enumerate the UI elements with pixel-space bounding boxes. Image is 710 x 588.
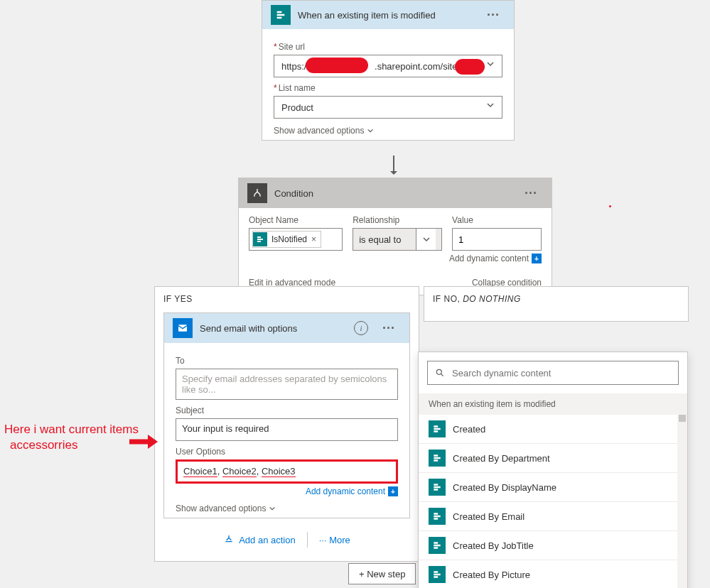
list-name-dropdown[interactable]: Product — [274, 96, 502, 119]
annotation-arrow-icon — [128, 433, 159, 450]
object-name-label: Object Name — [249, 215, 343, 225]
condition-menu-icon[interactable]: ··· — [519, 183, 543, 204]
sharepoint-icon — [429, 450, 446, 467]
send-email-menu-icon[interactable]: ··· — [377, 318, 401, 339]
trigger-title: When an existing item is modified — [298, 10, 436, 21]
send-email-card: Send email with options i ··· To Specify… — [163, 312, 410, 518]
outlook-icon — [173, 318, 193, 338]
send-email-header[interactable]: Send email with options i ··· — [164, 313, 409, 343]
if-yes-label: IF YES — [163, 294, 410, 304]
dynamic-section-header: When an existing item is modified — [419, 393, 687, 415]
condition-card: Condition ··· Object Name IsNotified × R… — [238, 178, 552, 295]
relationship-select[interactable]: is equal to — [353, 228, 442, 251]
send-email-title: Send email with options — [200, 323, 297, 334]
site-url-dropdown[interactable]: https:// .sharepoint.com/sites/ — [274, 55, 502, 77]
sharepoint-icon — [429, 420, 446, 437]
search-input[interactable] — [451, 367, 671, 379]
dynamic-item[interactable]: Created By Department — [419, 444, 687, 473]
condition-icon — [247, 183, 267, 203]
dynamic-content-search[interactable] — [427, 361, 679, 385]
chevron-down-icon — [269, 505, 276, 512]
dynamic-item[interactable]: Created By DisplayName — [419, 473, 687, 502]
user-options-input[interactable]: Choice1, Choice2, Choice3 — [176, 459, 398, 484]
flow-arrow-icon — [387, 156, 401, 177]
dynamic-item[interactable]: Created By Email — [419, 502, 687, 531]
dynamic-content-icon[interactable]: + — [532, 254, 542, 263]
subject-label: Subject — [176, 405, 398, 415]
sharepoint-icon — [429, 566, 446, 583]
condition-header[interactable]: Condition ··· — [239, 178, 552, 208]
add-dynamic-content-link[interactable]: Add dynamic content — [449, 254, 529, 263]
add-action-icon — [223, 534, 235, 545]
chevron-down-icon — [486, 101, 495, 111]
chevron-down-icon — [416, 229, 436, 250]
scrollbar[interactable] — [677, 415, 687, 588]
show-advanced-options[interactable]: Show advanced options — [176, 503, 398, 513]
if-no-label: IF NO, DO NOTHING — [433, 294, 679, 304]
annotation-text: Here i want current items accessorries — [4, 422, 139, 453]
subject-input[interactable]: Your input is required — [176, 418, 398, 441]
dynamic-content-list: Created Created By Department Created By… — [419, 415, 687, 588]
list-name-label: List name — [274, 83, 502, 93]
condition-title: Condition — [274, 188, 313, 199]
remove-pill-icon[interactable]: × — [311, 234, 316, 244]
new-step-button[interactable]: + New step — [348, 563, 416, 584]
site-url-label: Site url — [274, 42, 502, 52]
to-label: To — [176, 356, 398, 366]
chevron-down-icon — [367, 127, 374, 134]
trigger-header[interactable]: When an existing item is modified ··· — [262, 1, 514, 29]
dynamic-item[interactable]: Created — [419, 415, 687, 444]
sharepoint-icon — [429, 479, 446, 496]
trigger-menu-icon[interactable]: ··· — [481, 5, 505, 26]
object-name-input[interactable]: IsNotified × — [249, 228, 343, 251]
sharepoint-icon — [429, 508, 446, 525]
dynamic-item[interactable]: Created By JobTitle — [419, 531, 687, 560]
search-icon — [435, 368, 445, 378]
sharepoint-icon — [271, 5, 291, 25]
dynamic-content-icon[interactable]: + — [388, 486, 398, 496]
if-yes-branch: IF YES Send email with options i ··· To … — [154, 286, 419, 562]
add-dynamic-content-link[interactable]: Add dynamic content — [306, 486, 385, 496]
redaction — [455, 59, 485, 75]
dynamic-content-panel: When an existing item is modified Create… — [418, 352, 688, 588]
to-input[interactable]: Specify email addresses separated by sem… — [176, 369, 398, 400]
show-advanced-options[interactable]: Show advanced options — [274, 126, 502, 136]
relationship-label: Relationship — [353, 215, 442, 225]
value-label: Value — [452, 215, 542, 225]
value-input[interactable] — [452, 228, 542, 251]
svg-point-1 — [436, 369, 441, 374]
more-button[interactable]: ··· More — [308, 532, 362, 548]
redaction — [306, 58, 368, 73]
info-icon[interactable]: i — [354, 321, 368, 335]
dynamic-content-pill[interactable]: IsNotified × — [252, 231, 321, 248]
add-action-button[interactable]: Add an action — [212, 531, 307, 548]
stray-dot — [609, 205, 611, 207]
sharepoint-icon — [253, 232, 267, 246]
user-options-label: User Options — [176, 447, 398, 457]
trigger-card: When an existing item is modified ··· Si… — [262, 0, 515, 141]
sharepoint-icon — [429, 537, 446, 554]
if-no-branch: IF NO, DO NOTHING — [424, 286, 689, 322]
chevron-down-icon — [486, 60, 495, 70]
dynamic-item[interactable]: Created By Picture — [419, 560, 687, 588]
